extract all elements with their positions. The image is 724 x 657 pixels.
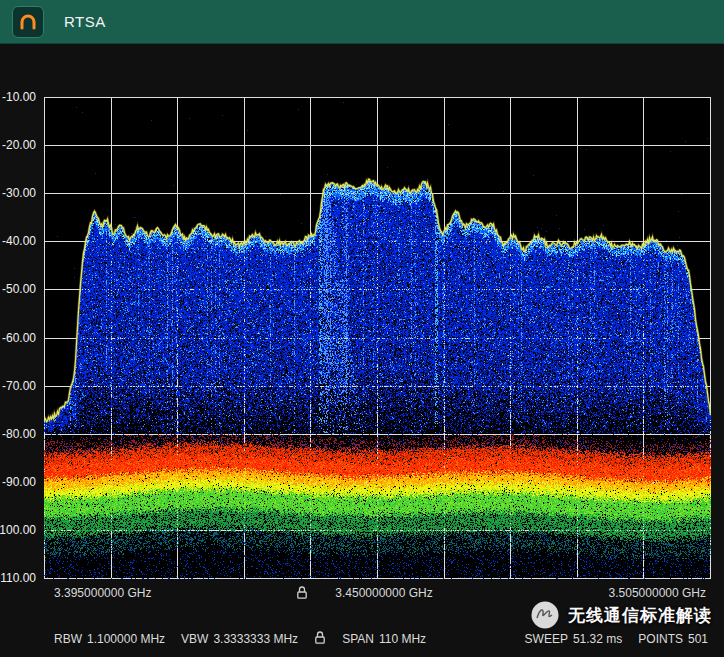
span-label: SPAN	[342, 632, 374, 646]
y-axis-tick: -50.00	[2, 281, 36, 297]
center-frequency-label: 3.450000000 GHz	[335, 586, 432, 600]
span-field[interactable]: SPAN 110 MHz	[342, 632, 426, 646]
lock-icon[interactable]	[296, 585, 308, 603]
seal-logo	[530, 600, 560, 630]
y-axis-tick: -20.00	[2, 137, 36, 153]
y-axis-tick: -110.00	[0, 570, 36, 586]
header-bar: RTSA	[0, 0, 724, 44]
spectrum-display[interactable]	[44, 97, 711, 579]
sweep-value: 51.32 ms	[573, 632, 622, 646]
lock-icon[interactable]	[314, 630, 326, 648]
start-frequency-label: 3.395000000 GHz	[54, 586, 151, 600]
stop-frequency-label: 3.505000000 GHz	[609, 586, 706, 600]
y-axis-tick: -60.00	[2, 330, 36, 346]
app-title: RTSA	[64, 13, 106, 30]
arch-icon	[18, 12, 38, 32]
rbw-value: 1.100000 MHz	[87, 632, 165, 646]
rbw-field[interactable]: RBW 1.100000 MHz	[54, 632, 165, 646]
lock-icon-glyph	[314, 630, 326, 645]
status-right-group: SWEEP 51.32 ms POINTS 501	[525, 632, 708, 646]
watermark-text: 无线通信标准解读	[568, 604, 712, 627]
rtsa-app: RTSA -10.00-20.00-30.00-40.00-50.00-60.0…	[0, 0, 724, 657]
status-left-group: RBW 1.100000 MHz VBW 3.3333333 MHz SPAN …	[54, 630, 426, 648]
vbw-label: VBW	[181, 632, 208, 646]
y-axis-tick: -10.00	[2, 89, 36, 105]
points-label: POINTS	[638, 632, 683, 646]
y-axis-tick: -40.00	[2, 233, 36, 249]
watermark: 无线通信标准解读	[530, 600, 712, 630]
sweep-label: SWEEP	[525, 632, 568, 646]
vbw-field[interactable]: VBW 3.3333333 MHz	[181, 632, 298, 646]
points-field[interactable]: POINTS 501	[638, 632, 708, 646]
lock-icon-glyph	[296, 585, 308, 600]
y-axis-tick: -100.00	[0, 522, 36, 538]
rbw-label: RBW	[54, 632, 82, 646]
y-axis-tick: -90.00	[2, 474, 36, 490]
status-bar: RBW 1.100000 MHz VBW 3.3333333 MHz SPAN …	[54, 630, 708, 648]
rtsa-app-icon[interactable]	[12, 6, 44, 38]
sweep-field[interactable]: SWEEP 51.32 ms	[525, 632, 623, 646]
spectrum-canvas[interactable]	[44, 97, 711, 579]
points-value: 501	[688, 632, 708, 646]
vbw-value: 3.3333333 MHz	[213, 632, 298, 646]
y-axis-tick: -80.00	[2, 426, 36, 442]
span-value: 110 MHz	[379, 632, 426, 646]
y-axis-tick: -30.00	[2, 185, 36, 201]
y-axis-labels: -10.00-20.00-30.00-40.00-50.00-60.00-70.…	[0, 97, 40, 579]
y-axis-tick: -70.00	[2, 378, 36, 394]
